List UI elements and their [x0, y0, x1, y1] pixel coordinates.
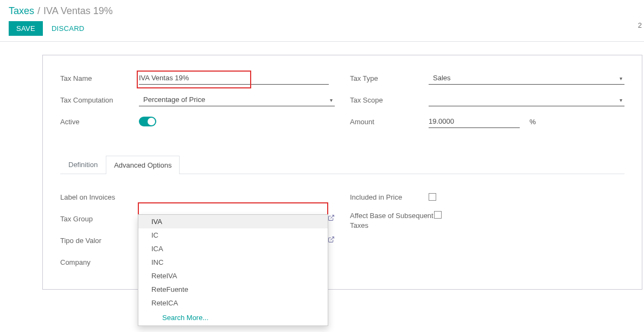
included-in-price-checkbox[interactable] [429, 193, 436, 201]
dropdown-option[interactable]: IC [138, 228, 328, 242]
tipo-de-valor-dropdown: IVA IC ICA INC ReteIVA ReteFuente ReteIC… [138, 214, 328, 290]
svg-line-1 [330, 237, 334, 240]
tipo-de-valor-label: Tipo de Valor [60, 237, 139, 245]
save-button[interactable]: SAVE [9, 21, 43, 36]
tax-scope-label: Tax Scope [350, 96, 429, 104]
amount-suffix: % [530, 118, 536, 126]
included-in-price-label: Included in Price [350, 193, 429, 201]
svg-line-0 [330, 215, 334, 219]
dropdown-option[interactable]: ReteFuente [138, 283, 328, 290]
tax-computation-select[interactable] [139, 93, 335, 106]
tax-name-input[interactable] [139, 72, 329, 84]
affect-base-label: Affect Base of Subsequent Taxes [350, 211, 434, 231]
external-link-icon[interactable] [328, 214, 335, 223]
affect-base-checkbox[interactable] [434, 211, 442, 219]
tab-advanced-options[interactable]: Advanced Options [106, 156, 180, 174]
discard-button[interactable]: DISCARD [52, 24, 85, 33]
company-label: Company [60, 258, 139, 266]
breadcrumb-current: IVA Ventas 19% [43, 5, 113, 17]
tax-scope-select[interactable] [429, 93, 624, 106]
dropdown-option[interactable]: INC [138, 256, 328, 269]
form-sheet: Tax Name Tax Computation ▾ Active [42, 55, 642, 290]
external-link-icon[interactable] [328, 236, 335, 245]
breadcrumb: Taxes / IVA Ventas 19% [9, 5, 113, 17]
tax-name-label: Tax Name [60, 74, 139, 82]
breadcrumb-sep: / [37, 5, 40, 17]
tax-type-label: Tax Type [350, 74, 429, 82]
breadcrumb-root[interactable]: Taxes [9, 5, 34, 17]
dropdown-option[interactable]: ReteIVA [138, 269, 328, 283]
tax-group-label: Tax Group [60, 215, 139, 223]
tax-computation-label: Tax Computation [60, 96, 139, 104]
tab-definition[interactable]: Definition [60, 155, 106, 174]
amount-label: Amount [350, 118, 429, 126]
dropdown-option[interactable]: ICA [138, 242, 328, 256]
page-indicator: 2 [638, 21, 642, 29]
active-label: Active [60, 118, 139, 126]
active-toggle[interactable] [139, 117, 156, 126]
label-on-invoices-label: Label on Invoices [60, 193, 139, 201]
amount-input[interactable] [429, 115, 520, 128]
tax-type-select[interactable] [429, 72, 624, 84]
dropdown-option[interactable]: IVA [138, 215, 328, 228]
